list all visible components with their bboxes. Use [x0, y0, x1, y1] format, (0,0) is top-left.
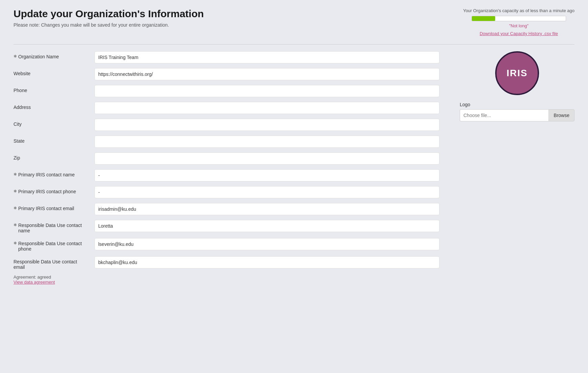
input-city[interactable]: [95, 119, 439, 131]
capacity-download-link[interactable]: Download your Capacity History .csv file: [463, 31, 574, 36]
capacity-label: Your Organization's capacity as of less …: [463, 8, 574, 13]
input-zip[interactable]: [95, 152, 439, 165]
capacity-bar-fill: [472, 16, 496, 21]
label-primary-iris-contact-name: ✱Primary IRIS contact name: [14, 169, 88, 177]
label-primary-iris-contact-phone: ✱Primary IRIS contact phone: [14, 186, 88, 194]
org-form: ✱Organization NameWebsitePhoneAddressCit…: [14, 51, 439, 285]
required-indicator: ✱: [14, 54, 17, 59]
label-org-name: ✱Organization Name: [14, 51, 88, 59]
input-website[interactable]: [95, 68, 439, 80]
agreement-text: Agreement: agreed: [14, 275, 439, 280]
required-indicator: ✱: [14, 189, 17, 194]
input-responsible-data-use-name[interactable]: [95, 220, 439, 232]
form-row-website: Website: [14, 68, 439, 80]
input-address[interactable]: [95, 102, 439, 114]
input-primary-iris-contact-phone[interactable]: [95, 186, 439, 198]
form-row-responsible-data-use-phone: ✱Responsible Data Use contact phone: [14, 238, 439, 252]
page-title: Update your Organization's Information: [14, 8, 204, 20]
input-org-name[interactable]: [95, 51, 439, 63]
browse-button[interactable]: Browse: [549, 109, 574, 121]
form-row-primary-iris-contact-name: ✱Primary IRIS contact name: [14, 169, 439, 181]
input-responsible-data-use-email[interactable]: [95, 256, 439, 268]
capacity-bar: [472, 16, 566, 21]
form-row-address: Address: [14, 102, 439, 114]
view-agreement-link[interactable]: View data agreement: [14, 280, 439, 285]
required-indicator: ✱: [14, 241, 17, 246]
input-phone[interactable]: [95, 85, 439, 97]
label-state: State: [14, 136, 88, 144]
required-indicator: ✱: [14, 172, 17, 177]
input-primary-iris-contact-name[interactable]: [95, 169, 439, 181]
logo-label: Logo: [460, 102, 574, 107]
logo-section: Logo Browse: [460, 102, 574, 121]
form-row-city: City: [14, 119, 439, 131]
logo-avatar: IRIS: [495, 51, 539, 95]
label-primary-iris-contact-email: ✱Primary IRIS contact email: [14, 203, 88, 211]
label-responsible-data-use-phone: ✱Responsible Data Use contact phone: [14, 238, 88, 252]
label-phone: Phone: [14, 85, 88, 93]
label-responsible-data-use-email: Responsible Data Use contact email: [14, 256, 88, 270]
capacity-value: "Not long": [463, 23, 574, 28]
logo-file-input[interactable]: [460, 109, 549, 121]
form-row-phone: Phone: [14, 85, 439, 97]
section-divider: [14, 44, 574, 45]
form-row-responsible-data-use-name: ✱Responsible Data Use contact name: [14, 220, 439, 233]
form-row-zip: Zip: [14, 152, 439, 165]
label-city: City: [14, 119, 88, 127]
agreement-section: Agreement: agreedView data agreement: [14, 275, 439, 285]
input-primary-iris-contact-email[interactable]: [95, 203, 439, 215]
form-row-primary-iris-contact-email: ✱Primary IRIS contact email: [14, 203, 439, 215]
label-website: Website: [14, 68, 88, 76]
page-subtitle: Please note: Changes you make will be sa…: [14, 22, 204, 28]
required-indicator: ✱: [14, 206, 17, 210]
required-indicator: ✱: [14, 223, 17, 227]
right-panel: IRIS Logo Browse: [460, 51, 574, 121]
form-row-responsible-data-use-email: Responsible Data Use contact email: [14, 256, 439, 270]
form-row-org-name: ✱Organization Name: [14, 51, 439, 63]
input-responsible-data-use-phone[interactable]: [95, 238, 439, 250]
label-zip: Zip: [14, 152, 88, 161]
form-row-state: State: [14, 136, 439, 148]
form-row-primary-iris-contact-phone: ✱Primary IRIS contact phone: [14, 186, 439, 198]
input-state[interactable]: [95, 136, 439, 148]
label-address: Address: [14, 102, 88, 110]
label-responsible-data-use-name: ✱Responsible Data Use contact name: [14, 220, 88, 233]
